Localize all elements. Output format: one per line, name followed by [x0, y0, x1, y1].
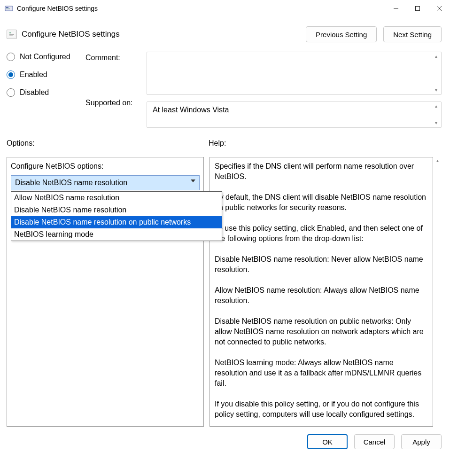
svg-rect-4 [416, 7, 420, 11]
close-button[interactable] [428, 1, 450, 16]
combobox-value: Disable NetBIOS name resolution [15, 179, 127, 187]
page-header: Configure NetBIOS settings Previous Sett… [7, 26, 442, 42]
policy-icon [7, 30, 17, 39]
svg-rect-10 [9, 36, 13, 37]
window-title: Configure NetBIOS settings [17, 5, 98, 12]
ok-button[interactable]: OK [307, 434, 348, 449]
help-text-panel[interactable]: Specifies if the DNS client will perform… [209, 157, 433, 427]
svg-rect-9 [9, 34, 14, 35]
scroll-arrows: ▴ ▾ [433, 54, 439, 93]
svg-rect-1 [6, 7, 8, 8]
chevron-up-icon[interactable]: ▴ [433, 54, 439, 59]
dropdown-option[interactable]: NetBIOS learning mode [11, 228, 222, 241]
dropdown-option-selected[interactable]: Disable NetBIOS name resolution on publi… [11, 216, 222, 228]
options-panel: Configure NetBIOS options: Disable NetBI… [7, 157, 204, 427]
apply-button[interactable]: Apply [401, 434, 442, 449]
svg-rect-8 [9, 32, 11, 33]
maximize-button[interactable] [407, 1, 428, 16]
options-section-label: Options: [7, 139, 209, 148]
radio-label: Enabled [20, 70, 47, 79]
cancel-button[interactable]: Cancel [354, 434, 395, 449]
chevron-down-icon [191, 179, 195, 182]
supported-on-box: At least Windows Vista ▴ ▾ [147, 101, 442, 128]
minimize-button[interactable] [385, 1, 407, 16]
dialog-footer: OK Cancel Apply [0, 427, 450, 449]
radio-icon [7, 88, 15, 97]
comment-label: Comment: [85, 54, 147, 62]
chevron-up-icon[interactable]: ▴ [433, 104, 439, 109]
chevron-down-icon[interactable]: ▾ [433, 121, 439, 125]
radio-enabled[interactable]: Enabled [7, 70, 85, 79]
help-scrollbar[interactable]: ▴ [433, 157, 442, 427]
next-setting-button[interactable]: Next Setting [383, 26, 442, 42]
chevron-up-icon[interactable]: ▴ [436, 158, 439, 163]
supported-on-label: Supported on: [85, 99, 147, 107]
chevron-down-icon[interactable]: ▾ [433, 88, 439, 93]
svg-rect-2 [6, 8, 10, 9]
netbios-options-combobox[interactable]: Disable NetBIOS name resolution [11, 175, 200, 190]
page-title: Configure NetBIOS settings [22, 30, 120, 39]
radio-icon [7, 53, 15, 61]
radio-not-configured[interactable]: Not Configured [7, 53, 85, 61]
radio-label: Not Configured [20, 53, 70, 61]
help-section-label: Help: [209, 139, 226, 148]
radio-icon [7, 70, 15, 79]
titlebar: Configure NetBIOS settings [0, 0, 450, 17]
scroll-arrows: ▴ ▾ [433, 104, 439, 125]
dropdown-option[interactable]: Disable NetBIOS name resolution [11, 204, 222, 216]
supported-on-value: At least Windows Vista [153, 106, 229, 114]
dropdown-option[interactable]: Allow NetBIOS name resolution [11, 192, 222, 204]
comment-textarea[interactable]: ▴ ▾ [147, 52, 442, 95]
radio-label: Disabled [20, 88, 49, 97]
previous-setting-button[interactable]: Previous Setting [306, 26, 377, 42]
app-icon [5, 4, 13, 13]
options-panel-title: Configure NetBIOS options: [11, 162, 200, 171]
radio-disabled[interactable]: Disabled [7, 88, 85, 97]
netbios-options-dropdown[interactable]: Allow NetBIOS name resolution Disable Ne… [11, 191, 222, 241]
